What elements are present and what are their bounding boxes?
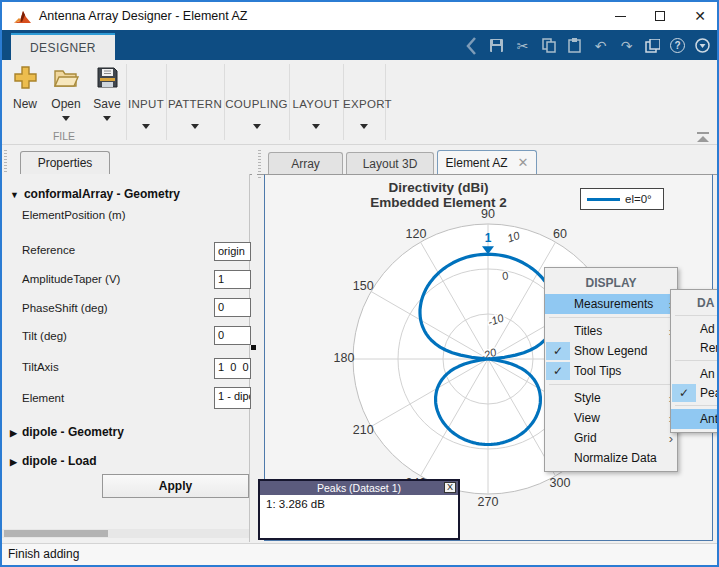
submenu-item-peaks[interactable]: ✓Pea: [671, 383, 719, 402]
collapsed-triangle-icon: ▶: [10, 428, 17, 438]
checkmark-icon: ✓: [546, 362, 570, 380]
section-conformalarray-geometry[interactable]: ▼conformalArray - Geometry: [10, 187, 180, 201]
section-export[interactable]: EXPORT: [343, 60, 385, 144]
help-icon[interactable]: ?: [670, 38, 685, 53]
phaseshift-field[interactable]: 0: [214, 298, 251, 317]
field-label-elementposition: ElementPosition (m): [22, 209, 126, 221]
close-button[interactable]: ✕: [683, 2, 717, 30]
save-icon[interactable]: [488, 37, 505, 54]
minimize-button[interactable]: [603, 2, 637, 30]
new-button[interactable]: New: [5, 65, 45, 111]
menu-item-grid[interactable]: Grid›: [545, 428, 677, 448]
menu-item-measurements[interactable]: Measurements›: [545, 294, 677, 314]
section-pattern[interactable]: PATTERN: [166, 60, 224, 144]
layout-dropdown-arrow[interactable]: [312, 124, 320, 129]
horizontal-scrollbar[interactable]: [2, 529, 249, 538]
new-plus-icon: [13, 65, 38, 90]
window-title: Antenna Array Designer - Element AZ: [39, 9, 247, 23]
reference-field[interactable]: origin: [214, 242, 251, 261]
menu-item-view[interactable]: View›: [545, 408, 677, 428]
ribbon-tab-row: DESIGNER ✂ ↶ ↷ ?: [2, 30, 717, 60]
svg-text:60: 60: [553, 227, 567, 241]
svg-text:300: 300: [550, 476, 571, 490]
apply-button[interactable]: Apply: [102, 474, 249, 498]
peaks-close-button[interactable]: X: [444, 482, 456, 493]
scrollbar-thumb[interactable]: [4, 530, 108, 537]
file-group-label: FILE: [32, 130, 96, 142]
tiltaxis-field[interactable]: 1 0 0: [214, 358, 251, 379]
input-dropdown-arrow[interactable]: [142, 124, 150, 129]
redo-icon[interactable]: ↷: [618, 37, 635, 54]
svg-text:180: 180: [334, 351, 355, 365]
svg-text:210: 210: [353, 423, 374, 437]
section-dipole-load[interactable]: ▶dipole - Load: [10, 454, 97, 468]
submenu-item-angle[interactable]: An: [671, 364, 719, 383]
close-icon: ✕: [694, 9, 706, 23]
field-label-reference: Reference: [22, 244, 75, 256]
menu-item-tool-tips[interactable]: ✓Tool Tips: [545, 361, 677, 381]
maximize-icon: [655, 11, 665, 21]
tab-array[interactable]: Array: [268, 152, 343, 174]
measurements-submenu: DA Ad Rem An ✓Pea Ant: [670, 289, 719, 433]
save-dropdown-arrow[interactable]: [103, 116, 111, 121]
menu-item-style[interactable]: Style›: [545, 388, 677, 408]
peaks-window-titlebar[interactable]: Peaks (Dataset 1) X: [260, 481, 458, 495]
tab-layout-3d[interactable]: Layout 3D: [346, 152, 434, 174]
ribbon-toolbar: New Open Save FILE INPUT PATTERN COUPLIN…: [2, 60, 717, 145]
save-floppy-icon: [95, 65, 120, 90]
app-window: Antenna Array Designer - Element AZ ✕ DE…: [0, 0, 719, 567]
menu-item-titles[interactable]: Titles›: [545, 321, 677, 341]
expanded-triangle-icon: ▼: [10, 190, 19, 200]
tab-properties[interactable]: Properties: [20, 151, 110, 174]
tab-element-az[interactable]: Element AZ✕: [437, 150, 537, 174]
save-button[interactable]: Save: [87, 65, 127, 121]
amplitudetaper-field[interactable]: 1: [214, 270, 251, 289]
status-bar: Finish adding: [2, 543, 717, 565]
submenu-item-antenna[interactable]: Ant: [671, 409, 719, 429]
menu-item-normalize-data[interactable]: Normalize Data: [545, 448, 677, 468]
menu-item-show-legend[interactable]: ✓Show Legend: [545, 341, 677, 361]
section-input[interactable]: INPUT: [126, 60, 166, 144]
matlab-logo-icon: [13, 8, 32, 25]
collapsed-triangle-icon: ▶: [10, 457, 17, 467]
svg-text:270: 270: [478, 495, 499, 509]
open-folder-icon: [53, 65, 80, 90]
tilt-field[interactable]: 0: [214, 326, 251, 345]
open-dropdown-arrow[interactable]: [62, 116, 70, 121]
element-dropdown[interactable]: 1 - dipo: [214, 387, 251, 409]
svg-text:120: 120: [406, 227, 427, 241]
peak-value: 1: 3.286 dB: [260, 495, 458, 510]
svg-text:1: 1: [485, 231, 492, 245]
legend-label: el=0°: [625, 193, 652, 205]
section-coupling[interactable]: COUPLING: [224, 60, 289, 144]
menu-header-display: DISPLAY: [545, 271, 677, 294]
checkmark-icon: ✓: [672, 384, 696, 402]
open-button[interactable]: Open: [46, 65, 86, 121]
copy-icon[interactable]: [540, 37, 557, 54]
tab-designer[interactable]: DESIGNER: [11, 33, 115, 60]
submenu-item-add[interactable]: Ad: [671, 319, 719, 338]
legend[interactable]: el=0°: [580, 188, 664, 210]
splitter-handle[interactable]: [251, 345, 256, 350]
more-icon[interactable]: [694, 37, 711, 54]
new-window-icon[interactable]: [644, 37, 661, 54]
maximize-button[interactable]: [643, 2, 677, 30]
title-bar: Antenna Array Designer - Element AZ ✕: [2, 2, 717, 30]
close-tab-icon[interactable]: ✕: [518, 155, 529, 170]
coupling-dropdown-arrow[interactable]: [253, 124, 261, 129]
cut-icon[interactable]: ✂: [514, 37, 531, 54]
section-dipole-geometry[interactable]: ▶dipole - Geometry: [10, 425, 124, 439]
collapse-arrow-icon: [697, 136, 709, 142]
back-chevron-icon[interactable]: [462, 37, 479, 54]
pattern-dropdown-arrow[interactable]: [191, 124, 199, 129]
collapse-ribbon-button[interactable]: [696, 132, 710, 144]
paste-icon[interactable]: [566, 37, 583, 54]
section-layout[interactable]: LAYOUT: [289, 60, 343, 144]
undo-icon[interactable]: ↶: [592, 37, 609, 54]
peaks-window[interactable]: Peaks (Dataset 1) X 1: 3.286 dB: [258, 479, 460, 540]
minimize-icon: [615, 16, 626, 17]
field-label-phaseshift: PhaseShift (deg): [22, 302, 108, 314]
export-dropdown-arrow[interactable]: [360, 124, 368, 129]
submenu-item-remove[interactable]: Rem: [671, 338, 719, 357]
checkmark-icon: ✓: [546, 342, 570, 360]
